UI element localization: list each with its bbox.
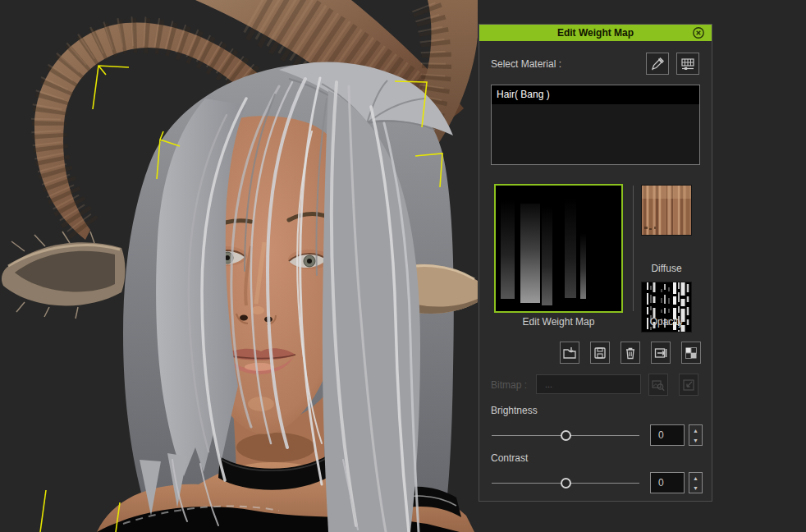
select-material-label: Select Material :	[491, 58, 561, 70]
export-arrow-icon	[653, 346, 668, 360]
delete-weight-map-button[interactable]	[621, 342, 640, 364]
brightness-spin-down[interactable]: ▼	[689, 435, 702, 445]
weight-map-preview	[496, 186, 621, 311]
material-grid-icon	[680, 57, 695, 71]
material-list[interactable]: Hair( Bang )	[491, 85, 700, 165]
diffuse-preview	[642, 186, 691, 235]
material-list-item-selected[interactable]: Hair( Bang )	[492, 85, 699, 104]
diffuse-thumb-label: Diffuse	[641, 263, 692, 274]
brightness-spinner: ▲ ▼	[689, 424, 703, 446]
brightness-slider-handle[interactable]	[561, 430, 571, 441]
weight-map-thumbnail[interactable]	[494, 184, 623, 313]
save-weight-map-button[interactable]	[590, 342, 610, 364]
close-icon	[692, 26, 705, 39]
panel-title: Edit Weight Map	[557, 27, 634, 39]
app-stage: Edit Weight Map Select Material :	[0, 0, 806, 532]
load-weight-map-button[interactable]	[560, 342, 579, 364]
bitmap-path-field[interactable]	[536, 374, 641, 394]
contrast-label: Contrast	[491, 452, 528, 464]
brightness-spin-up[interactable]: ▲	[689, 425, 702, 435]
opacity-thumb-label: Opacity	[641, 316, 692, 328]
bitmap-label: Bitmap :	[491, 379, 527, 391]
trash-icon	[623, 346, 638, 360]
contrast-spin-down[interactable]: ▼	[689, 483, 702, 493]
eyedropper-icon	[650, 57, 665, 71]
export-weight-map-button[interactable]	[651, 342, 671, 364]
folder-import-icon	[562, 346, 577, 360]
brightness-label: Brightness	[491, 405, 538, 416]
contrast-spin-up[interactable]: ▲	[689, 473, 702, 483]
material-grid-button[interactable]	[676, 53, 699, 75]
checkerboard-icon	[684, 346, 698, 360]
image-search-icon	[651, 378, 666, 392]
contrast-slider-handle[interactable]	[561, 478, 571, 488]
save-floppy-icon	[593, 346, 607, 360]
edit-weight-map-panel: Edit Weight Map Select Material :	[479, 24, 712, 502]
panel-titlebar[interactable]: Edit Weight Map	[479, 25, 712, 41]
bitmap-browse-button[interactable]	[648, 374, 668, 396]
box-arrow-icon	[681, 378, 696, 392]
contrast-spinner: ▲ ▼	[689, 472, 703, 493]
contrast-value-input[interactable]	[650, 472, 685, 493]
bitmap-apply-button[interactable]	[679, 374, 698, 396]
pick-material-button[interactable]	[646, 53, 669, 75]
thumb-divider	[633, 186, 634, 311]
brightness-value-input[interactable]	[650, 424, 685, 446]
weight-map-thumb-label: Edit Weight Map	[494, 316, 623, 328]
diffuse-thumbnail[interactable]	[641, 185, 692, 236]
invert-weight-map-button[interactable]	[681, 342, 701, 364]
close-button[interactable]	[692, 26, 705, 39]
